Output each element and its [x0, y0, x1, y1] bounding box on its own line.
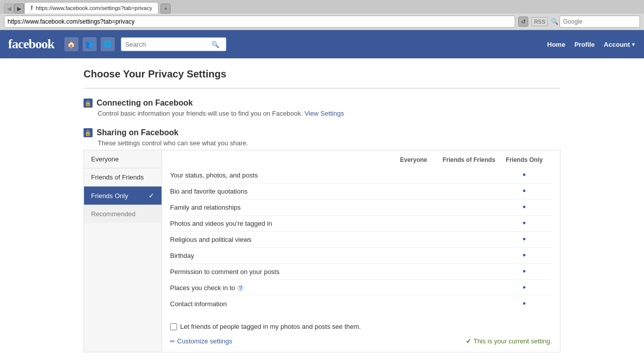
customize-label: Customize settings	[177, 337, 232, 345]
table-row: Permission to comment on your posts •	[170, 264, 552, 280]
table-row: Places you check in to ? •	[170, 280, 552, 296]
table-row: Religious and political views •	[170, 232, 552, 248]
connecting-title: Connecting on Facebook	[97, 99, 193, 108]
home-icon[interactable]: 🏠	[64, 37, 78, 51]
table-row: Family and relationships •	[170, 200, 552, 216]
current-setting-text: ✔ This is your current setting.	[466, 337, 552, 345]
friends-icon[interactable]: 👥	[83, 37, 97, 51]
table-row: Contact information •	[170, 296, 552, 312]
rss-label: RSS	[531, 17, 548, 26]
tagged-checkbox-label: Let friends of people tagged in my photo…	[180, 323, 361, 330]
customize-settings-link[interactable]: ✏ Customize settings	[170, 337, 232, 345]
privacy-sidebar: Everyone Friends of Friends Friends Only…	[84, 150, 162, 352]
sidebar-item-friends-of-friends[interactable]: Friends of Friends	[84, 168, 162, 187]
places-help-icon[interactable]: ?	[237, 285, 244, 292]
connecting-lock-icon: 🔒	[84, 99, 93, 108]
add-tab-button[interactable]: +	[160, 4, 171, 14]
privacy-footer-links: ✏ Customize settings ✔ This is your curr…	[170, 337, 552, 345]
sidebar-item-everyone[interactable]: Everyone	[84, 150, 162, 168]
sharing-title: Sharing on Facebook	[97, 128, 179, 137]
nav-icons: 🏠 👥 🌐	[64, 37, 115, 51]
notifications-icon[interactable]: 🌐	[101, 37, 115, 51]
nav-right: Home Profile Account ▼	[547, 41, 636, 48]
sharing-section-header: 🔒 Sharing on Facebook	[84, 128, 560, 137]
reload-button[interactable]: ↺	[518, 17, 528, 27]
pencil-icon: ✏	[170, 338, 175, 345]
view-settings-link[interactable]: View Settings	[304, 110, 344, 117]
title-divider	[84, 88, 560, 88]
account-dropdown-arrow: ▼	[631, 42, 636, 47]
search-input[interactable]	[121, 37, 226, 51]
green-check-icon: ✔	[466, 337, 471, 345]
account-nav-button[interactable]: Account ▼	[604, 41, 636, 48]
active-tab[interactable]: f https://www.facebook.com/settings?tab=…	[24, 2, 158, 14]
privacy-table-footer: Let friends of people tagged in my photo…	[162, 318, 560, 352]
favicon: f	[31, 5, 33, 12]
privacy-rows-area: Everyone Friends of Friends Friends Only…	[162, 150, 560, 318]
sharing-description: These settings control who can see what …	[98, 139, 560, 147]
table-row: Your status, photos, and posts •	[170, 167, 552, 184]
connecting-section-header: 🔒 Connecting on Facebook	[84, 99, 560, 108]
table-row: Photos and videos you're tagged in •	[170, 216, 552, 232]
sharing-lock-icon: 🔒	[84, 128, 93, 137]
selected-checkmark: ✓	[148, 192, 154, 200]
table-row: Bio and favorite quotations •	[170, 184, 552, 200]
back-button[interactable]: ◀	[4, 4, 14, 14]
address-bar[interactable]	[4, 16, 515, 28]
page-title: Choose Your Privacy Settings	[84, 68, 560, 80]
browser-search-input[interactable]	[559, 16, 640, 28]
search-submit-button[interactable]: 🔍	[211, 41, 219, 48]
sidebar-item-friends-only[interactable]: Friends Only ✓	[84, 187, 162, 205]
connecting-description: Control basic information your friends w…	[98, 110, 560, 117]
facebook-logo: facebook	[8, 37, 54, 52]
privacy-table-main: Everyone Friends of Friends Friends Only…	[162, 150, 560, 352]
sidebar-item-recommended[interactable]: Recommended	[84, 205, 162, 223]
tagged-photos-checkbox[interactable]	[170, 323, 177, 330]
forward-button[interactable]: ▶	[14, 4, 24, 14]
col-header-friends-of-friends: Friends of Friends	[441, 156, 497, 163]
tagged-checkbox-row: Let friends of people tagged in my photo…	[170, 323, 552, 330]
table-row: Birthday •	[170, 248, 552, 264]
tab-label: https://www.facebook.com/settings?tab=pr…	[36, 5, 152, 11]
home-nav-link[interactable]: Home	[547, 41, 566, 48]
main-content: Choose Your Privacy Settings 🔒 Connectin…	[75, 58, 569, 362]
col-header-friends-only: Friends Only	[497, 156, 552, 163]
privacy-table: Everyone Friends of Friends Friends Only…	[84, 150, 560, 352]
search-wrap: 🔍	[121, 37, 221, 51]
facebook-navbar: facebook 🏠 👥 🌐 🔍 Home Profile Account ▼	[0, 30, 644, 58]
col-header-everyone: Everyone	[386, 156, 441, 163]
column-headers: Everyone Friends of Friends Friends Only	[170, 156, 552, 163]
search-icon: 🔍	[551, 18, 558, 25]
profile-nav-link[interactable]: Profile	[575, 41, 595, 48]
